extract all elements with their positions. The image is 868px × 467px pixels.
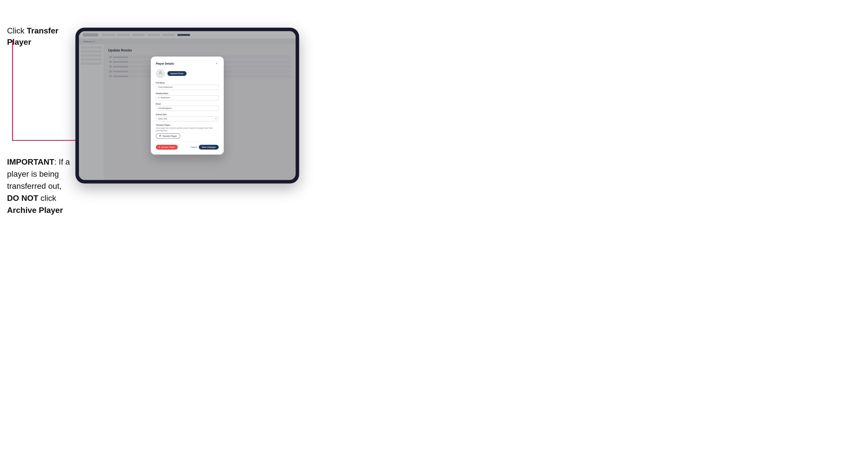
archive-btn-label: Archive Player (161, 146, 175, 148)
transfer-btn-label: Transfer Player (162, 135, 177, 137)
transfer-icon: ⟳ (159, 135, 161, 137)
modal-overlay: Player Details × Upload Photo (79, 31, 296, 180)
email-label: Email (156, 103, 219, 105)
cancel-button[interactable]: Cancel (190, 146, 197, 148)
important-text-2: click (38, 193, 56, 203)
modal-header: Player Details × (156, 62, 219, 66)
svg-point-0 (160, 72, 161, 73)
click-instruction-bold: Transfer Player (7, 26, 59, 46)
tablet-device: Dashboard (??) Update Roster (75, 28, 299, 184)
archive-icon: ⊘ (158, 146, 160, 148)
do-not-label: DO NOT (7, 193, 38, 203)
avatar-icon (158, 71, 163, 76)
important-label: IMPORTANT (7, 157, 54, 166)
modal-footer: ⊘ Archive Player Cancel Save Changes (156, 142, 219, 150)
modal-title: Player Details (156, 62, 174, 65)
display-name-label: Display Name (156, 92, 219, 94)
close-button[interactable]: × (215, 62, 219, 66)
transfer-description: If this player has moved to another scho… (156, 127, 219, 132)
important-note: IMPORTANT: If a player is being transfer… (7, 156, 75, 216)
click-instruction: Click Transfer Player (7, 25, 75, 48)
email-input[interactable]: chris@clippd.io (156, 106, 219, 111)
full-name-input[interactable]: Chris Robertson (156, 85, 219, 90)
upload-photo-button[interactable]: Upload Photo (167, 71, 187, 76)
archive-player-button[interactable]: ⊘ Archive Player (156, 145, 178, 150)
chevron-down-icon: ▾ (215, 118, 216, 120)
full-name-label: Full Name (156, 82, 219, 84)
full-name-group: Full Name Chris Robertson (156, 82, 219, 90)
tablet-screen: Dashboard (??) Update Roster (79, 31, 296, 180)
school-year-group: School Year Sixth Year ▾ (156, 113, 219, 121)
school-year-label: School Year (156, 113, 219, 116)
save-changes-button[interactable]: Save Changes (199, 145, 219, 150)
player-details-modal: Player Details × Upload Photo (151, 57, 224, 155)
avatar (156, 69, 165, 78)
school-year-select[interactable]: Sixth Year ▾ (156, 116, 219, 121)
arrow-vertical (12, 40, 13, 141)
transfer-section: Transfer Player If this player has moved… (156, 124, 219, 139)
instruction-area: Click Transfer Player (7, 25, 75, 53)
display-name-group: Display Name C. Robertson (156, 92, 219, 100)
avatar-section: Upload Photo (156, 69, 219, 78)
email-group: Email chris@clippd.io (156, 103, 219, 111)
archive-player-label: Archive Player (7, 206, 63, 215)
transfer-title: Transfer Player (156, 124, 219, 126)
transfer-player-button[interactable]: ⟳ Transfer Player (156, 133, 180, 138)
display-name-input[interactable]: C. Robertson (156, 95, 219, 100)
